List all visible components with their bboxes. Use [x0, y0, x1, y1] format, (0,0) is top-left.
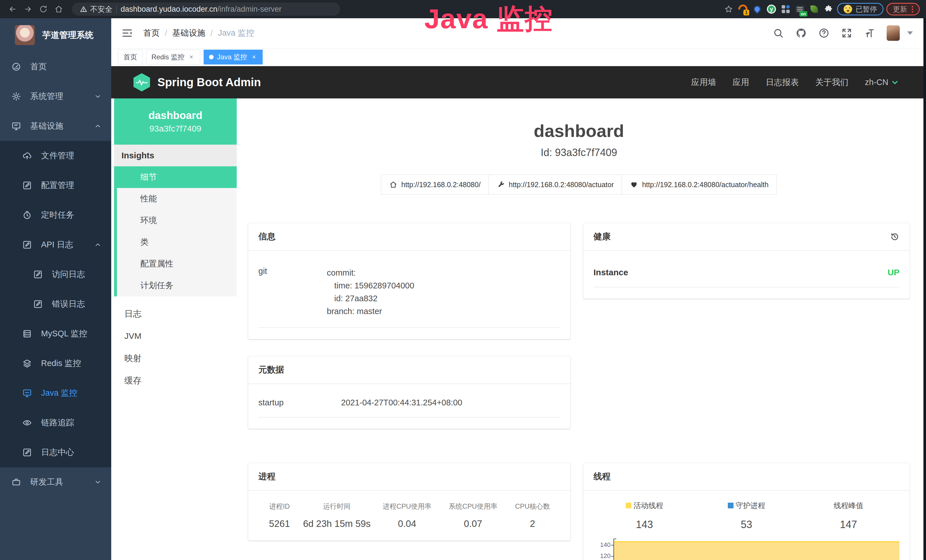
sidebar-item-api-log[interactable]: API 日志 [0, 230, 111, 260]
help-icon[interactable] [818, 27, 830, 39]
hamburger-icon[interactable] [121, 27, 133, 39]
metadata-card: 元数据 startup 2021-04-27T00:44:31.254+08:0… [248, 356, 570, 429]
sidebar-item-redis[interactable]: Redis 监控 [0, 349, 111, 378]
instance-id-line: Id: 93a3fc7f7409 [248, 147, 910, 159]
browser-back-icon[interactable] [6, 3, 19, 15]
sba-menu-metrics[interactable]: 性能 [117, 188, 237, 210]
sba-menu-config-props[interactable]: 配置属性 [117, 253, 237, 275]
chevron-down-icon [94, 93, 101, 100]
briefcase-icon [11, 477, 21, 487]
sba-nav-about[interactable]: 关于我们 [816, 77, 849, 88]
sidebar-item-home[interactable]: 首页 [0, 52, 111, 82]
search-icon[interactable] [773, 27, 784, 39]
info-card: 信息 git commit: time: 1596289704000 id: 2… [248, 223, 570, 339]
update-label: 更新 [893, 5, 907, 14]
chevron-down-icon [891, 79, 899, 86]
sidebar-item-mysql[interactable]: MySQL 监控 [0, 319, 111, 349]
sidebar-item-jobs[interactable]: 定时任务 [0, 200, 111, 230]
user-avatar[interactable] [887, 26, 900, 41]
service-url-button[interactable]: http://192.168.0.2:48080/ [381, 175, 489, 195]
close-icon[interactable] [250, 54, 257, 61]
sidebar-item-dev-tools[interactable]: 研发工具 [0, 467, 111, 497]
sba-locale-select[interactable]: zh-CN [865, 77, 899, 87]
browser-forward-icon[interactable] [22, 3, 34, 15]
extension-y-icon[interactable]: y [766, 3, 777, 15]
paused-extension-pill[interactable]: 已暂停 [837, 3, 884, 15]
sidebar-item-java-monitor[interactable]: Java 监控 [0, 378, 111, 408]
fullscreen-icon[interactable] [841, 27, 852, 39]
metadata-value: 2021-04-27T00:44:31.254+08:00 [341, 398, 462, 407]
avatar-caret-icon[interactable] [907, 31, 913, 35]
sidebar-item-access-log[interactable]: 访问日志 [0, 260, 111, 289]
sba-brand-title[interactable]: Spring Boot Admin [157, 76, 261, 89]
github-icon[interactable] [795, 27, 807, 39]
eye-icon [22, 418, 32, 428]
chevron-up-icon [94, 241, 101, 248]
sba-sidebar: dashboard 93a3fc7f7409 Insights 细节 性能 环境… [114, 98, 237, 560]
browser-reload-icon[interactable] [37, 3, 50, 15]
sba-nav-journal[interactable]: 日志报表 [766, 77, 799, 88]
tab-home[interactable]: 首页 [118, 50, 142, 65]
sba-menu-logs[interactable]: 日志 [114, 303, 237, 325]
process-pid: 5261 [259, 518, 301, 529]
breadcrumb: 首页 基础设施 Java 监控 [143, 27, 254, 39]
window-scrollbar-edge[interactable] [923, 18, 926, 560]
sba-menu-jvm[interactable]: JVM [114, 325, 237, 347]
sba-nav-wallboard[interactable]: 应用墙 [691, 77, 716, 88]
breadcrumb-home[interactable]: 首页 [143, 27, 160, 39]
tab-java-monitor[interactable]: Java 监控 [204, 50, 263, 65]
extension-leaf-icon[interactable] [808, 3, 820, 15]
warning-icon [80, 5, 87, 13]
history-icon[interactable] [890, 232, 899, 242]
extension-on-icon[interactable]: on [794, 3, 806, 15]
address-bar[interactable]: 不安全 dashboard.yudao.iocoder.cn/infra/adm… [72, 3, 340, 16]
app-logo-row[interactable]: 芋道管理系统 [0, 18, 111, 52]
extension-grid-icon[interactable] [780, 3, 791, 15]
sba-menu-label: Insights [114, 145, 237, 166]
sba-menu-caches[interactable]: 缓存 [114, 369, 237, 392]
browser-update-button[interactable]: 更新 [887, 3, 920, 15]
sidebar-item-error-log[interactable]: 错误日志 [0, 289, 111, 319]
daemon-threads-swatch [728, 502, 734, 509]
font-size-icon[interactable] [864, 27, 875, 39]
system-cpu: 0.07 [441, 518, 505, 529]
timer-icon [22, 210, 32, 220]
actuator-url-button[interactable]: http://192.168.0.2:48080/actuator [489, 175, 622, 195]
monitor-icon [11, 121, 21, 131]
sidebar-item-system[interactable]: 系统管理 [0, 82, 111, 111]
extensions-puzzle-icon[interactable] [823, 3, 834, 15]
extension-oclock-icon[interactable]: 1 [737, 3, 749, 15]
threads-values: 143 53 147 [593, 512, 899, 531]
extension-pin-icon[interactable] [752, 3, 763, 15]
chevron-up-icon [94, 123, 101, 130]
sba-menu-environment[interactable]: 环境 [117, 210, 237, 232]
peak-threads-value: 147 [797, 519, 899, 531]
not-secure-badge[interactable]: 不安全 [80, 4, 112, 14]
sidebar-item-infra[interactable]: 基础设施 [0, 111, 111, 141]
security-label: 不安全 [90, 4, 112, 14]
sba-menu-classes[interactable]: 类 [117, 232, 237, 253]
sidebar-item-config[interactable]: 配置管理 [0, 171, 111, 200]
database-icon [22, 329, 32, 339]
breadcrumb-separator [165, 29, 167, 38]
sba-instance-header: dashboard 93a3fc7f7409 [114, 98, 237, 145]
sidebar-item-log-center[interactable]: 日志中心 [0, 437, 111, 467]
browser-menu-icon[interactable] [912, 6, 913, 12]
sba-menu-details[interactable]: 细节 [117, 166, 237, 188]
tab-redis-monitor[interactable]: Redis 监控 [146, 50, 200, 65]
sba-menu-mappings[interactable]: 映射 [114, 347, 237, 369]
sba-instance-name: dashboard [148, 109, 202, 121]
breadcrumb-infra[interactable]: 基础设施 [172, 27, 205, 39]
bookmark-star-icon[interactable] [723, 3, 734, 15]
sba-nav-applications[interactable]: 应用 [732, 77, 749, 88]
sba-menu-scheduled-tasks[interactable]: 计划任务 [117, 275, 237, 297]
close-icon[interactable] [188, 54, 195, 61]
live-threads-value: 143 [593, 519, 696, 531]
browser-home-icon[interactable] [53, 3, 65, 15]
breadcrumb-separator [210, 29, 213, 38]
health-card: 健康 Instance UP [583, 223, 910, 299]
sba-navbar: Spring Boot Admin 应用墙 应用 日志报表 关于我们 zh-CN [111, 66, 926, 98]
health-url-button[interactable]: http://192.168.0.2:48080/actuator/health [622, 175, 776, 195]
sidebar-item-tracing[interactable]: 链路追踪 [0, 408, 111, 437]
sidebar-item-files[interactable]: 文件管理 [0, 141, 111, 171]
